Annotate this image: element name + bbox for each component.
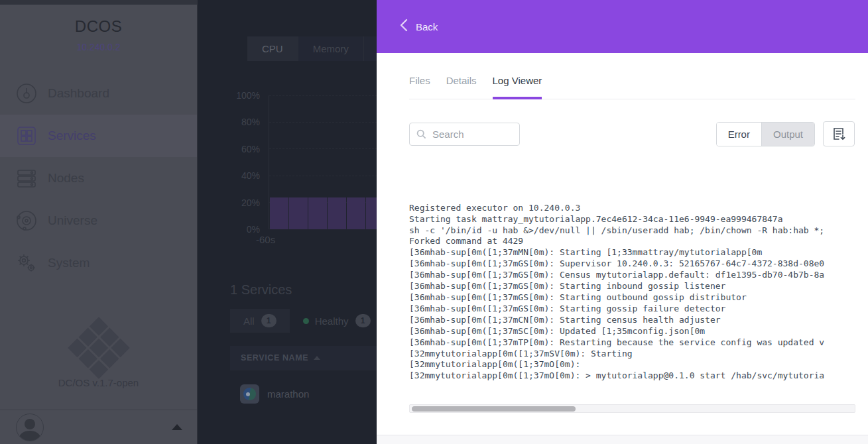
log-line: [36mhab-sup[0m([1;37mCN[0m): Starting ce… (409, 315, 855, 326)
health-filters: All 1 Healthy 1 (230, 309, 384, 333)
chart-bar (366, 197, 377, 229)
gears-icon (13, 250, 40, 276)
y-tick-label: 0% (198, 225, 260, 234)
log-line: Starting task mattray_mytutorialapp.7ec4… (409, 214, 855, 225)
version-label: DC/OS v.1.7-open (0, 377, 197, 388)
log-line: sh -c '/bin/id -u hab &>/dev/null || /sb… (409, 225, 855, 237)
horizontal-scrollbar[interactable] (409, 404, 855, 413)
filter-label: Healthy (315, 315, 349, 327)
brand-title: DCOS (0, 17, 197, 36)
chevron-left-icon (399, 19, 408, 34)
healthy-dot-icon (303, 318, 309, 324)
y-tick-label: 20% (198, 198, 260, 207)
log-line: [36mhab-sup[0m([1;37mGS[0m): Starting ou… (409, 292, 855, 304)
stream-toggle: Error Output (716, 122, 815, 146)
dcos-logo (68, 317, 129, 378)
task-detail-panel: Back Files Details Log Viewer Error Outp… (377, 0, 868, 444)
column-label: SERVICE NAME (241, 353, 308, 362)
filter-healthy[interactable]: Healthy 1 (290, 309, 384, 333)
panel-footer (377, 435, 868, 444)
sort-asc-icon (314, 356, 320, 360)
log-line: [32mmytutorialapp[0m([1;37mSV[0m): Start… (409, 349, 855, 360)
grid-icon (13, 123, 40, 149)
download-log-button[interactable] (823, 121, 855, 146)
log-line: [32mmytutorialapp[0m([1;37mO[0m): > mytu… (409, 370, 855, 382)
log-line: [32mmytutorialapp[0m([1;37mO[0m): > node… (409, 382, 855, 382)
sidebar-item-nodes[interactable]: Nodes (0, 157, 197, 199)
sidebar-item-services[interactable]: Services (0, 115, 197, 157)
search-icon (416, 129, 426, 139)
tab-log-viewer[interactable]: Log Viewer (493, 75, 542, 99)
tab-details[interactable]: Details (446, 75, 477, 99)
sidebar-menu: Dashboard Services Nodes Universe (0, 72, 197, 284)
log-line: [36mhab-sup[0m([1;37mMN[0m): Starting [1… (409, 247, 855, 258)
detail-tabs: Files Details Log Viewer (409, 75, 855, 99)
cluster-ip[interactable]: 10.240.0.2 (0, 42, 197, 52)
sidebar-item-label: Nodes (48, 171, 84, 186)
sidebar-item-label: Universe (48, 213, 97, 228)
log-line: [36mhab-sup[0m([1;37mGS[0m): Starting in… (409, 281, 855, 292)
chart-bar (289, 197, 308, 229)
sidebar-item-label: Dashboard (48, 86, 109, 101)
log-line: [36mhab-sup[0m([1;37mGS[0m): Supervisor … (409, 258, 855, 270)
marathon-icon (240, 384, 259, 404)
y-tick-label: 100% (198, 91, 260, 100)
scrollbar-thumb[interactable] (412, 406, 576, 412)
chart-bar (328, 197, 346, 229)
y-tick-label: 60% (198, 144, 260, 154)
log-line: [32mmytutorialapp[0m([1;37mO[0m): (409, 359, 855, 370)
sidebar-item-universe[interactable]: Universe (0, 199, 197, 242)
chart-bar (308, 197, 327, 229)
tab-memory[interactable]: Memory (298, 36, 364, 61)
chevron-up-icon (172, 424, 182, 430)
log-line: [36mhab-sup[0m([1;37mSC[0m): Updated [1;… (409, 326, 855, 337)
cpu-chart-bars (270, 197, 377, 229)
toolbar-right: Error Output (716, 121, 855, 146)
planet-icon (13, 207, 40, 234)
y-tick-label: 80% (198, 117, 260, 127)
log-line: Forked command at 4429 (409, 236, 855, 247)
search-input[interactable] (432, 129, 505, 140)
user-menu[interactable] (0, 410, 197, 444)
filter-all[interactable]: All 1 (230, 309, 290, 333)
avatar (16, 414, 44, 441)
sidebar-item-system[interactable]: System (0, 242, 197, 284)
chart-plot-area (269, 95, 377, 229)
services-count-heading: 1 Services (230, 282, 292, 298)
log-line: [36mhab-sup[0m([1;37mTP[0m): Restarting … (409, 337, 855, 349)
tab-cpu[interactable]: CPU (247, 36, 298, 61)
service-name: marathon (267, 388, 309, 400)
log-line: [36mhab-sup[0m([1;37mGS[0m): Starting go… (409, 304, 855, 315)
count-badge: 1 (355, 314, 371, 327)
y-tick-label: 40% (198, 171, 260, 180)
output-stream-button[interactable]: Output (761, 123, 814, 146)
count-badge: 1 (261, 314, 277, 327)
log-line: Registered executor on 10.240.0.3 (409, 203, 855, 214)
back-button[interactable]: Back (377, 0, 868, 53)
gauge-icon (13, 80, 40, 107)
tab-files[interactable]: Files (409, 75, 430, 99)
brand: DCOS 10.240.0.2 (0, 0, 197, 52)
log-toolbar: Error Output (409, 121, 855, 146)
log-output: Registered executor on 10.240.0.3Startin… (409, 169, 855, 382)
chart-y-axis: 100%80%60%40%20%0% (198, 91, 260, 234)
error-stream-button[interactable]: Error (717, 123, 761, 146)
chart-bar (270, 197, 288, 229)
search-box (409, 123, 520, 146)
sidebar-item-dashboard[interactable]: Dashboard (0, 72, 197, 115)
back-label: Back (416, 21, 438, 32)
sidebar: DCOS 10.240.0.2 Dashboard Services No (0, 0, 198, 444)
screen: DCOS 10.240.0.2 Dashboard Services No (0, 0, 868, 444)
sidebar-item-label: System (48, 256, 90, 270)
download-log-icon (833, 127, 845, 140)
x-tick-label: -60s (256, 234, 275, 245)
filter-label: All (243, 315, 255, 327)
log-line: [36mhab-sup[0m([1;37mGS[0m): Census mytu… (409, 270, 855, 281)
sidebar-item-label: Services (48, 129, 96, 143)
servers-icon (13, 165, 40, 192)
chart-bar (347, 197, 365, 229)
